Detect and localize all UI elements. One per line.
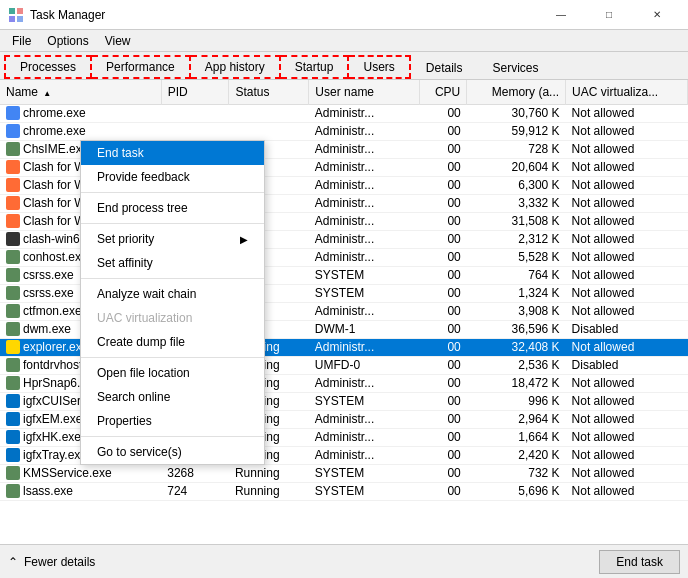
window-title: Task Manager [30, 8, 538, 22]
cell-cpu: 00 [420, 446, 467, 464]
col-header-username[interactable]: User name [309, 80, 420, 104]
col-header-uac[interactable]: UAC virtualiza... [566, 80, 688, 104]
cell-username: SYSTEM [309, 482, 420, 500]
tab-services[interactable]: Services [478, 55, 554, 79]
main-area: Name ▲ PID Status User name CPU Memory (… [0, 80, 688, 544]
context-menu-item-label: Go to service(s) [97, 445, 182, 459]
cell-status [229, 122, 309, 140]
context-menu-item-label: Properties [97, 414, 152, 428]
cell-uac: Disabled [566, 356, 688, 374]
context-menu-item[interactable]: Create dump file [81, 330, 264, 354]
cell-memory: 1,324 K [467, 284, 566, 302]
end-task-button[interactable]: End task [599, 550, 680, 574]
fewer-details-button[interactable]: ⌃ Fewer details [8, 555, 95, 569]
col-header-name[interactable]: Name ▲ [0, 80, 161, 104]
cell-memory: 764 K [467, 266, 566, 284]
cell-uac: Disabled [566, 320, 688, 338]
col-header-status[interactable]: Status [229, 80, 309, 104]
cell-status [229, 104, 309, 122]
context-menu-item-label: End process tree [97, 201, 188, 215]
cell-memory: 5,696 K [467, 482, 566, 500]
cell-memory: 1,664 K [467, 428, 566, 446]
fewer-details-icon: ⌃ [8, 555, 18, 569]
cell-name: chrome.exe [0, 122, 161, 140]
cell-uac: Not allowed [566, 212, 688, 230]
cell-memory: 18,472 K [467, 374, 566, 392]
cell-cpu: 00 [420, 140, 467, 158]
cell-memory: 2,964 K [467, 410, 566, 428]
cell-uac: Not allowed [566, 104, 688, 122]
submenu-arrow: ▶ [240, 234, 248, 245]
cell-cpu: 00 [420, 158, 467, 176]
cell-pid [161, 104, 229, 122]
cell-uac: Not allowed [566, 248, 688, 266]
context-menu-item[interactable]: Provide feedback [81, 165, 264, 189]
maximize-button[interactable]: □ [586, 0, 632, 30]
tab-details[interactable]: Details [411, 55, 478, 79]
context-menu-item[interactable]: UAC virtualization [81, 306, 264, 330]
table-row[interactable]: lsass.exe 724 Running SYSTEM 00 5,696 K … [0, 482, 688, 500]
context-menu-separator [81, 192, 264, 193]
tab-performance[interactable]: Performance [92, 55, 191, 79]
context-menu-item-label: Open file location [97, 366, 190, 380]
cell-memory: 20,604 K [467, 158, 566, 176]
svg-rect-1 [17, 8, 23, 14]
col-header-memory[interactable]: Memory (a... [467, 80, 566, 104]
context-menu-separator [81, 436, 264, 437]
cell-uac: Not allowed [566, 176, 688, 194]
menu-options[interactable]: Options [39, 32, 96, 50]
context-menu-item-label: Set priority [97, 232, 154, 246]
cell-cpu: 00 [420, 212, 467, 230]
menu-view[interactable]: View [97, 32, 139, 50]
context-menu-item[interactable]: Open file location [81, 361, 264, 385]
col-header-cpu[interactable]: CPU [420, 80, 467, 104]
close-button[interactable]: ✕ [634, 0, 680, 30]
context-menu-item[interactable]: Properties [81, 409, 264, 433]
cell-username: Administr... [309, 212, 420, 230]
cell-memory: 31,508 K [467, 212, 566, 230]
cell-cpu: 00 [420, 338, 467, 356]
cell-memory: 30,760 K [467, 104, 566, 122]
cell-status: Running [229, 482, 309, 500]
context-menu-item[interactable]: End process tree [81, 196, 264, 220]
cell-memory: 3,332 K [467, 194, 566, 212]
table-row[interactable]: chrome.exe Administr... 00 59,912 K Not … [0, 122, 688, 140]
context-menu-item[interactable]: Search online [81, 385, 264, 409]
cell-uac: Not allowed [566, 284, 688, 302]
table-row[interactable]: KMSService.exe 3268 Running SYSTEM 00 73… [0, 464, 688, 482]
context-menu-item[interactable]: Analyze wait chain [81, 282, 264, 306]
cell-pid [161, 122, 229, 140]
cell-memory: 32,408 K [467, 338, 566, 356]
context-menu-item[interactable]: End task [81, 141, 264, 165]
cell-username: Administr... [309, 410, 420, 428]
cell-memory: 2,420 K [467, 446, 566, 464]
cell-uac: Not allowed [566, 464, 688, 482]
table-row[interactable]: chrome.exe Administr... 00 30,760 K Not … [0, 104, 688, 122]
tab-users[interactable]: Users [349, 55, 410, 79]
cell-memory: 5,528 K [467, 248, 566, 266]
menu-file[interactable]: File [4, 32, 39, 50]
tab-processes[interactable]: Processes [4, 55, 92, 79]
cell-cpu: 00 [420, 230, 467, 248]
tab-startup[interactable]: Startup [281, 55, 350, 79]
cell-username: Administr... [309, 230, 420, 248]
cell-memory: 732 K [467, 464, 566, 482]
fewer-details-label: Fewer details [24, 555, 95, 569]
col-header-pid[interactable]: PID [161, 80, 229, 104]
context-menu-item[interactable]: Go to service(s) [81, 440, 264, 464]
cell-cpu: 00 [420, 482, 467, 500]
cell-name: KMSService.exe [0, 464, 161, 482]
cell-username: Administr... [309, 140, 420, 158]
cell-username: Administr... [309, 158, 420, 176]
cell-cpu: 00 [420, 302, 467, 320]
cell-cpu: 00 [420, 194, 467, 212]
cell-memory: 36,596 K [467, 320, 566, 338]
title-bar: Task Manager — □ ✕ [0, 0, 688, 30]
context-menu-item[interactable]: Set affinity [81, 251, 264, 275]
cell-memory: 59,912 K [467, 122, 566, 140]
cell-memory: 2,312 K [467, 230, 566, 248]
cell-uac: Not allowed [566, 446, 688, 464]
tab-app-history[interactable]: App history [191, 55, 281, 79]
minimize-button[interactable]: — [538, 0, 584, 30]
context-menu-item[interactable]: Set priority▶ [81, 227, 264, 251]
